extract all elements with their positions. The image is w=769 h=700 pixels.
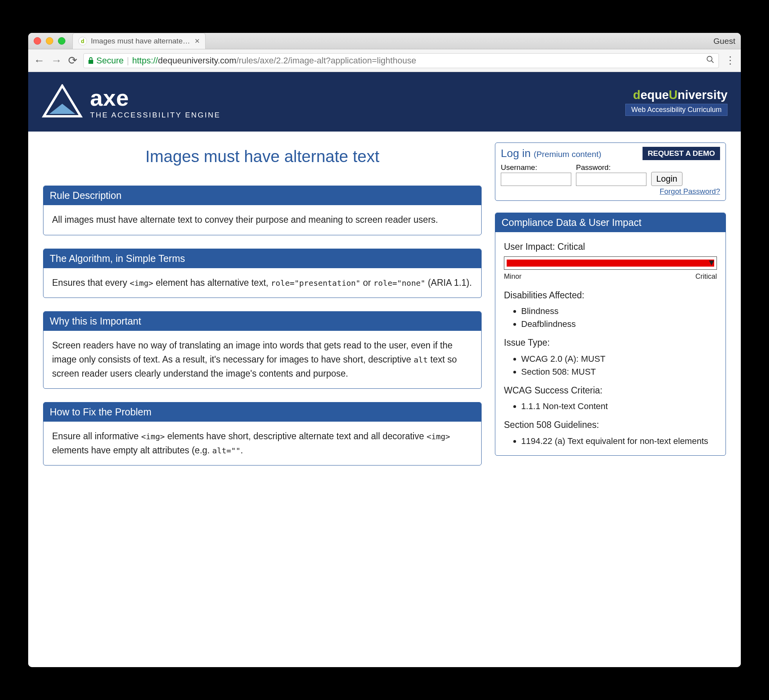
issue-type-heading: Issue Type:	[504, 336, 717, 350]
deque-university-link[interactable]: dequeUniversity Web Accessibility Curric…	[625, 88, 727, 116]
tab-title: Images must have alternate tex	[91, 37, 191, 45]
login-heading: Log in (Premium content)	[501, 147, 601, 160]
window-controls	[34, 37, 65, 45]
panel-body: User Impact: Critical ▼ Minor Critical D…	[495, 232, 726, 455]
compliance-panel: Compliance Data & User Impact User Impac…	[495, 213, 726, 456]
close-window-button[interactable]	[34, 37, 41, 45]
panel-body: Screen readers have no way of translatin…	[43, 331, 481, 388]
login-button[interactable]: Login	[651, 172, 682, 186]
password-label: Password:	[576, 163, 646, 172]
panel-header: Why this is Important	[43, 312, 481, 331]
section508-list: 1194.22 (a) Text equivalent for non-text…	[504, 435, 717, 447]
axe-logo[interactable]: axe THE ACCESSIBILITY ENGINE	[42, 84, 221, 119]
impact-value: Critical	[558, 242, 585, 252]
panel-body: Ensure all informative <img> elements ha…	[43, 422, 481, 465]
logo-triangle-icon	[42, 84, 83, 119]
algorithm-panel: The Algorithm, in Simple Terms Ensures t…	[43, 249, 482, 298]
svg-point-0	[707, 56, 712, 61]
titlebar: d Images must have alternate tex × Guest	[28, 33, 741, 49]
address-bar[interactable]: Secure | https://dequeuniversity.com/rul…	[83, 53, 719, 68]
login-panel: Log in (Premium content) REQUEST A DEMO …	[495, 143, 726, 201]
profile-label[interactable]: Guest	[713, 36, 735, 46]
minimize-window-button[interactable]	[46, 37, 53, 45]
kebab-menu-icon[interactable]: ⋮	[725, 54, 735, 67]
impact-bar-fill	[507, 260, 714, 267]
panel-body: All images must have alternate text to c…	[43, 205, 481, 235]
url-path: /rules/axe/2.2/image-alt?application=lig…	[236, 56, 416, 66]
username-input[interactable]	[501, 173, 571, 186]
list-item: 1.1.1 Non-text Content	[521, 400, 717, 413]
list-item: WCAG 2.0 (A): MUST	[521, 352, 717, 365]
search-in-page-icon[interactable]	[706, 54, 715, 67]
svg-line-1	[711, 61, 714, 63]
how-to-fix-panel: How to Fix the Problem Ensure all inform…	[43, 402, 482, 465]
back-button[interactable]: ←	[34, 54, 45, 67]
request-demo-button[interactable]: REQUEST A DEMO	[643, 147, 720, 160]
favicon-icon: d	[78, 37, 87, 45]
uni-subtitle: Web Accessibility Curriculum	[625, 104, 727, 116]
password-input[interactable]	[576, 173, 646, 186]
panel-body: Ensures that every <img> element has alt…	[43, 268, 481, 298]
panel-header: How to Fix the Problem	[43, 402, 481, 422]
maximize-window-button[interactable]	[58, 37, 65, 45]
wcag-heading: WCAG Success Criteria:	[504, 384, 717, 398]
tab-close-icon[interactable]: ×	[195, 36, 200, 46]
page-content: axe THE ACCESSIBILITY ENGINE dequeUniver…	[28, 72, 741, 667]
logo-tagline: THE ACCESSIBILITY ENGINE	[90, 111, 221, 119]
forgot-password-link[interactable]: Forgot Password?	[660, 187, 720, 195]
browser-tab[interactable]: d Images must have alternate tex ×	[72, 33, 206, 49]
toolbar: ← → ⟳ Secure | https://dequeuniversity.c…	[28, 49, 741, 72]
panel-header: Rule Description	[43, 186, 481, 205]
tab-strip: d Images must have alternate tex ×	[72, 33, 206, 49]
wcag-list: 1.1.1 Non-text Content	[504, 400, 717, 413]
reload-button[interactable]: ⟳	[68, 54, 77, 67]
impact-meter: ▼	[504, 256, 717, 270]
disabilities-list: Blindness Deafblindness	[504, 305, 717, 330]
section508-heading: Section 508 Guidelines:	[504, 418, 717, 432]
forward-button[interactable]: →	[51, 54, 62, 67]
impact-marker-icon: ▼	[707, 256, 716, 269]
disabilities-heading: Disabilities Affected:	[504, 289, 717, 303]
browser-window: d Images must have alternate tex × Guest…	[28, 33, 741, 667]
panel-header: The Algorithm, in Simple Terms	[43, 249, 481, 268]
list-item: Section 508: MUST	[521, 365, 717, 378]
why-important-panel: Why this is Important Screen readers hav…	[43, 311, 482, 389]
issue-type-list: WCAG 2.0 (A): MUST Section 508: MUST	[504, 352, 717, 378]
url-protocol: https://	[132, 56, 158, 66]
page-title: Images must have alternate text	[43, 147, 482, 166]
username-label: Username:	[501, 163, 571, 172]
lock-icon	[88, 57, 94, 65]
secure-indicator: Secure	[88, 56, 124, 66]
rule-description-panel: Rule Description All images must have al…	[43, 186, 482, 235]
list-item: 1194.22 (a) Text equivalent for non-text…	[521, 435, 717, 447]
url-host: dequeuniversity.com	[158, 56, 236, 66]
site-banner: axe THE ACCESSIBILITY ENGINE dequeUniver…	[28, 72, 741, 132]
list-item: Blindness	[521, 305, 717, 318]
panel-header: Compliance Data & User Impact	[495, 213, 726, 232]
logo-wordmark: axe	[90, 85, 221, 111]
list-item: Deafblindness	[521, 318, 717, 330]
